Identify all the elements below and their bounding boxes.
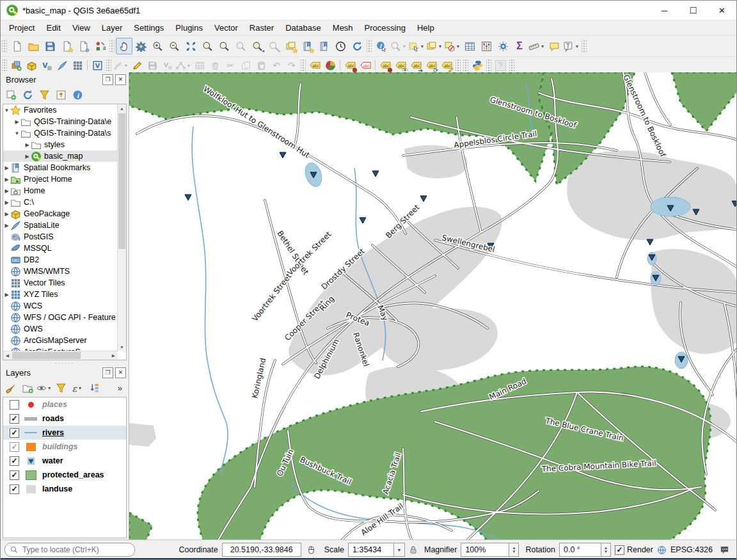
layer-checkbox[interactable]: ✓ <box>10 456 19 466</box>
minimize-button[interactable]: ─ <box>650 1 679 20</box>
locator-input[interactable] <box>21 545 129 555</box>
scroll-up-arrow[interactable]: ▲ <box>118 104 126 113</box>
expand-arrow-icon[interactable]: ▶ <box>3 177 10 182</box>
toolbar-grip[interactable] <box>109 39 115 53</box>
coordinate-value[interactable]: 20.5190,-33.9846 <box>222 543 301 557</box>
browser-item-ows[interactable]: OWS <box>3 323 118 335</box>
pan-to-selection-button[interactable] <box>132 38 149 54</box>
scroll-down-arrow[interactable]: ▼ <box>118 343 126 351</box>
layer-styling-button[interactable] <box>3 381 19 396</box>
change-label-button[interactable] <box>439 58 454 73</box>
expand-arrow-icon[interactable]: ▶ <box>3 188 10 194</box>
layer-row-buildings[interactable]: ✓buildings <box>3 440 126 454</box>
render-checkbox[interactable]: ✓ <box>615 545 624 555</box>
rotate-label-button[interactable]: ⟳ <box>424 58 439 73</box>
redo-button[interactable]: ↷ <box>284 58 299 73</box>
pan-map-button[interactable] <box>116 38 132 54</box>
show-hide-labels-button[interactable] <box>393 58 408 73</box>
browser-item-arcgis-map-server[interactable]: ArcGisMapServer <box>3 335 118 346</box>
layer-row-protected-areas[interactable]: ✓protected_areas <box>3 468 126 482</box>
layer-labeling-button[interactable] <box>307 58 322 73</box>
browser-item-wcs[interactable]: WCS <box>3 300 118 312</box>
layer-row-roads[interactable]: ✓roads <box>3 412 126 426</box>
move-label-button[interactable]: ➜ <box>408 58 424 73</box>
properties-widget-button[interactable] <box>70 88 85 102</box>
current-edits-button[interactable]: ▾ <box>113 58 129 73</box>
multiedit-attributes-button[interactable] <box>192 58 207 73</box>
toolbar-grip[interactable] <box>301 60 306 71</box>
toolbar-grip[interactable] <box>486 60 491 71</box>
close-button[interactable]: ✕ <box>708 1 736 20</box>
menu-plugins[interactable]: Plugins <box>170 21 209 35</box>
browser-item-training-data-e[interactable]: ▶QGIS-Training-Data\e <box>3 116 118 127</box>
menu-view[interactable]: View <box>67 21 96 35</box>
scroll-left-arrow[interactable]: ◀ <box>3 351 12 360</box>
browser-item-wms-wmts[interactable]: WMS/WMTS <box>3 266 118 277</box>
expand-arrow-icon[interactable]: ▶ <box>24 142 31 148</box>
python-console-button[interactable] <box>470 58 485 73</box>
expand-arrow-icon[interactable]: ▼ <box>3 108 10 113</box>
toolbar-grip[interactable] <box>367 39 372 53</box>
run-feature-action-button[interactable]: ▾ <box>390 38 408 54</box>
zoom-to-layer-button[interactable] <box>216 38 232 54</box>
bookmark-manager-button[interactable] <box>315 38 332 54</box>
layer-row-rivers[interactable]: ✓rivers <box>3 426 126 440</box>
delete-selected-button[interactable] <box>207 58 223 73</box>
text-annotation-button[interactable]: ▾ <box>562 38 580 54</box>
menu-settings[interactable]: Settings <box>128 21 170 35</box>
pin-unpin-labels-button[interactable] <box>377 58 393 73</box>
menu-mesh[interactable]: Mesh <box>327 21 359 35</box>
new-mesh-layer-button[interactable] <box>70 58 85 73</box>
layer-checkbox[interactable]: ✓ <box>10 484 19 494</box>
browser-item-favorites[interactable]: ▼Favorites <box>3 104 118 116</box>
messages-icon[interactable] <box>719 545 730 555</box>
scroll-right-arrow[interactable]: ▶ <box>109 351 118 360</box>
layer-row-water[interactable]: ✓water <box>3 454 126 468</box>
layer-row-places[interactable]: ✓places <box>3 397 126 412</box>
toggle-editing-button[interactable] <box>129 58 145 73</box>
refresh-map-button[interactable] <box>349 38 365 54</box>
layer-diagram-button[interactable] <box>322 58 338 73</box>
identify-features-button[interactable] <box>373 38 390 54</box>
zoom-last-button[interactable]: ◂ <box>249 38 265 54</box>
toolbar-grip[interactable] <box>106 60 111 71</box>
add-selected-layers-button[interactable] <box>3 88 19 102</box>
close-panel-button[interactable]: ✕ <box>115 367 126 378</box>
expand-arrow-icon[interactable]: ▶ <box>3 211 10 217</box>
toolbar-grip[interactable] <box>2 39 7 53</box>
save-layer-edits-button[interactable] <box>145 58 160 73</box>
expand-arrow-icon[interactable]: ▶ <box>24 154 31 159</box>
rotation-value[interactable]: 0.0 ° <box>559 543 601 557</box>
browser-item-geopackage[interactable]: ▶GeoPackage <box>3 208 118 220</box>
select-by-value-button[interactable]: ▾ <box>425 38 443 54</box>
new-spatialite-layer-button[interactable] <box>54 58 70 73</box>
measure-button[interactable]: ▾ <box>528 38 546 54</box>
toolbar-grip[interactable] <box>509 60 514 71</box>
expand-collapse-all-button[interactable] <box>86 381 102 396</box>
expand-arrow-icon[interactable]: ▶ <box>3 292 10 298</box>
dock-splitter[interactable]: ······ <box>1 360 129 365</box>
filter-browser-button[interactable] <box>36 88 52 102</box>
browser-item-basic-map[interactable]: ▶basic_map <box>3 150 118 162</box>
new-geopackage-layer-button[interactable] <box>24 58 39 73</box>
show-spatial-bookmarks-button[interactable] <box>299 38 315 54</box>
collapse-all-button[interactable] <box>53 88 68 102</box>
add-feature-button[interactable] <box>160 58 175 73</box>
menu-processing[interactable]: Processing <box>359 21 411 35</box>
crs-value[interactable]: EPSG:4326 <box>670 545 713 554</box>
browser-item-training-data-s[interactable]: ▼QGIS-Training-Data\s <box>3 127 118 139</box>
maximize-button[interactable]: ☐ <box>679 1 708 20</box>
refresh-browser-button[interactable] <box>20 88 35 102</box>
expand-arrow-icon[interactable]: ▼ <box>13 131 20 136</box>
layer-checkbox[interactable]: ✓ <box>10 428 19 438</box>
open-project-button[interactable] <box>25 38 42 54</box>
new-print-layout-button[interactable] <box>75 38 91 54</box>
map-tips-button[interactable] <box>546 38 562 54</box>
map-canvas[interactable]: Wolfkloof Hut to Glenstroom Hut Glenstro… <box>129 72 736 540</box>
zoom-native-button[interactable] <box>232 38 249 54</box>
processing-toolbox-button[interactable] <box>495 38 511 54</box>
zoom-full-button[interactable] <box>182 38 199 54</box>
zoom-next-button[interactable]: ▸ <box>265 38 282 54</box>
toolbar-grip[interactable] <box>582 39 587 53</box>
save-project-as-button[interactable] <box>58 38 75 54</box>
